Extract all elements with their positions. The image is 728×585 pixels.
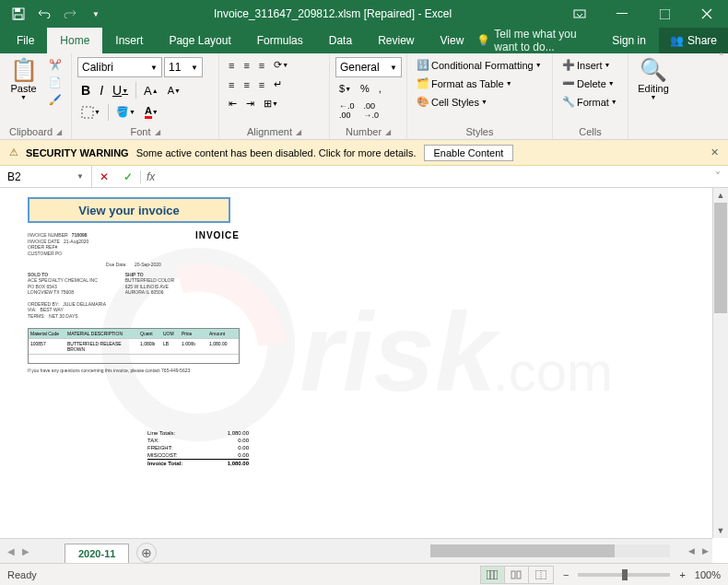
add-sheet-button[interactable]: ⊕ xyxy=(136,543,157,563)
percent-button[interactable]: % xyxy=(357,81,373,96)
tab-pagelayout[interactable]: Page Layout xyxy=(156,28,243,53)
font-family-combo[interactable]: Calibri▼ xyxy=(77,57,162,77)
accept-formula-button[interactable]: ✓ xyxy=(116,170,140,183)
font-dialog-icon[interactable]: ◢ xyxy=(155,128,160,136)
copy-button[interactable]: 📄 xyxy=(45,75,65,90)
increase-indent-button[interactable]: ⇥ xyxy=(242,96,258,111)
tab-nav-next-icon[interactable]: ▶ xyxy=(22,546,29,556)
number-format-combo[interactable]: General▼ xyxy=(335,57,402,77)
tab-formulas[interactable]: Formulas xyxy=(244,28,316,53)
orientation-button[interactable]: ⟳▼ xyxy=(270,57,292,73)
close-warning-button[interactable]: ✕ xyxy=(710,146,719,158)
maximize-button[interactable] xyxy=(643,0,686,28)
merge-button[interactable]: ⊞▼ xyxy=(260,96,282,111)
horizontal-scrollbar[interactable] xyxy=(430,544,670,557)
sign-in-button[interactable]: Sign in xyxy=(599,34,659,47)
sheet-tab-active[interactable]: 2020-11 xyxy=(65,544,129,563)
vscroll-thumb[interactable] xyxy=(714,203,727,313)
worksheet-area[interactable]: risk .com View your invoice INVOICE NUMB… xyxy=(0,188,728,538)
page-break-view-button[interactable] xyxy=(529,567,553,583)
number-dialog-icon[interactable]: ◢ xyxy=(385,128,391,136)
cond-format-icon: 🔢 xyxy=(417,59,429,71)
alignment-dialog-icon[interactable]: ◢ xyxy=(296,128,301,136)
collapse-ribbon-icon[interactable]: ˄ xyxy=(719,52,724,64)
paste-button[interactable]: 📋 Paste ▼ xyxy=(6,57,41,100)
fill-color-button[interactable]: 🪣▼ xyxy=(112,104,139,120)
border-button[interactable]: ▼ xyxy=(77,104,104,121)
minimize-button[interactable] xyxy=(601,0,643,28)
insert-cells-button[interactable]: ➕Insert▼ xyxy=(558,57,614,73)
scroll-up-icon[interactable]: ▲ xyxy=(713,188,728,203)
underline-icon: U xyxy=(112,83,122,98)
name-box[interactable]: B2▼ xyxy=(0,166,92,187)
insert-label: Insert xyxy=(577,60,603,71)
undo-icon[interactable] xyxy=(33,3,55,25)
qat-customize-icon[interactable]: ▼ xyxy=(85,3,107,25)
format-painter-button[interactable]: 🖌️ xyxy=(45,92,65,108)
grow-font-button[interactable]: A▲ xyxy=(140,82,162,99)
cancel-formula-button[interactable]: ✕ xyxy=(92,170,116,183)
formula-input[interactable] xyxy=(160,170,708,183)
align-right-button[interactable]: ≡ xyxy=(255,77,268,92)
align-top-button[interactable]: ≡ xyxy=(225,58,238,73)
hscroll-left-icon[interactable]: ◀ xyxy=(685,546,699,556)
hscroll-right-icon[interactable]: ▶ xyxy=(699,546,712,556)
font-size-combo[interactable]: 11▼ xyxy=(164,57,203,77)
zoom-level[interactable]: 100% xyxy=(695,569,721,580)
editing-button[interactable]: 🔍 Editing ▼ xyxy=(634,57,673,100)
increase-decimal-button[interactable]: ←.0.00 xyxy=(335,99,358,122)
save-icon[interactable] xyxy=(7,3,29,25)
zoom-slider[interactable] xyxy=(578,573,670,577)
tab-file[interactable]: File xyxy=(4,28,47,53)
font-color-button[interactable]: A▼ xyxy=(141,103,162,121)
cond-format-label: Conditional Formatting xyxy=(431,60,534,71)
tab-review[interactable]: Review xyxy=(365,28,427,53)
enable-content-button[interactable]: Enable Content xyxy=(424,145,514,161)
align-center-button[interactable]: ≡ xyxy=(240,77,252,92)
underline-button[interactable]: U▼ xyxy=(109,81,132,99)
fx-label[interactable]: fx xyxy=(141,170,160,183)
align-bottom-button[interactable]: ≡ xyxy=(255,58,268,73)
tell-me[interactable]: 💡 Tell me what you want to do... xyxy=(476,28,599,53)
tab-insert[interactable]: Insert xyxy=(102,28,156,53)
bold-button[interactable]: B xyxy=(77,81,94,99)
share-button[interactable]: 👥 Share xyxy=(659,28,728,53)
ribbon-options-icon[interactable] xyxy=(558,0,601,28)
view-invoice-button[interactable]: View your invoice xyxy=(28,197,230,223)
tab-home[interactable]: Home xyxy=(47,28,102,53)
cell-styles-button[interactable]: 🎨Cell Styles▼ xyxy=(413,94,491,110)
tab-nav-prev-icon[interactable]: ◀ xyxy=(7,546,15,556)
close-button[interactable] xyxy=(686,0,728,28)
bucket-icon: 🪣 xyxy=(116,106,129,118)
delete-cells-button[interactable]: ➖Delete▼ xyxy=(558,76,618,91)
currency-button[interactable]: $▼ xyxy=(335,81,355,96)
redo-icon[interactable] xyxy=(59,3,81,25)
decrease-decimal-button[interactable]: .00→.0 xyxy=(360,99,383,122)
clipboard-dialog-icon[interactable]: ◢ xyxy=(56,128,62,136)
page-layout-view-button[interactable] xyxy=(505,567,529,583)
shrink-font-button[interactable]: A▼ xyxy=(164,83,184,98)
hscroll-thumb[interactable] xyxy=(430,544,615,557)
italic-button[interactable]: I xyxy=(96,81,107,99)
format-table-button[interactable]: 🗂️Format as Table▼ xyxy=(413,76,516,91)
expand-formula-bar-button[interactable]: ˅ xyxy=(708,170,728,183)
zoom-in-button[interactable]: + xyxy=(679,569,685,580)
tab-data[interactable]: Data xyxy=(316,28,365,53)
security-warning-label: SECURITY WARNING xyxy=(26,147,129,158)
align-middle-button[interactable]: ≡ xyxy=(240,58,252,73)
zoom-handle[interactable] xyxy=(622,569,628,580)
svg-rect-14 xyxy=(517,571,521,579)
conditional-formatting-button[interactable]: 🔢Conditional Formatting▼ xyxy=(413,57,546,73)
zoom-out-button[interactable]: − xyxy=(563,569,569,580)
align-left-button[interactable]: ≡ xyxy=(225,77,238,92)
scroll-down-icon[interactable]: ▼ xyxy=(713,523,728,538)
format-cells-button[interactable]: 🔧Format▼ xyxy=(558,94,621,110)
cut-button[interactable]: ✂️ xyxy=(45,57,65,73)
tab-view[interactable]: View xyxy=(428,28,477,53)
wrap-text-button[interactable]: ↵ xyxy=(270,76,286,92)
vertical-scrollbar[interactable]: ▲ ▼ xyxy=(712,188,728,538)
font-group-label: Font xyxy=(130,126,150,137)
normal-view-button[interactable] xyxy=(481,567,505,583)
comma-button[interactable]: , xyxy=(375,81,385,96)
decrease-indent-button[interactable]: ⇤ xyxy=(225,96,241,111)
